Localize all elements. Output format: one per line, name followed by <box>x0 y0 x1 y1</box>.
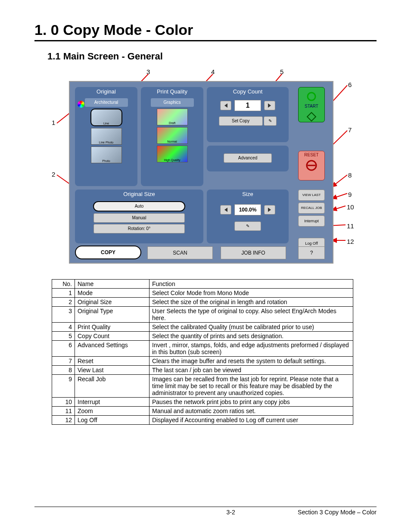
set-copy-button[interactable]: Set Copy <box>219 116 263 126</box>
reset-label: RESET <box>304 152 318 157</box>
size-panel: Size 100.0% ✎ <box>207 190 289 243</box>
print-quality-sub[interactable]: Graphics <box>151 98 194 107</box>
page-footer: 3-2 Section 3 Copy Mode – Color <box>34 507 377 516</box>
th-fn: Function <box>149 280 353 289</box>
svg-line-7 <box>332 175 347 187</box>
triangle-left-icon <box>224 103 227 108</box>
table-row: 1ModeSelect Color Mode from Mono Mode <box>52 289 353 298</box>
heading-1: 1. 0 Copy Mode - Color <box>34 22 377 41</box>
table-row: 4Print QualitySelect the calibrated Qual… <box>52 323 353 332</box>
original-title: Original <box>75 87 137 97</box>
callout-3: 3 <box>146 68 150 75</box>
diamond-icon <box>305 110 318 123</box>
recalljob-button[interactable]: RECALL JOB <box>298 202 325 214</box>
callout-1: 1 <box>52 119 55 126</box>
power-ring-icon <box>306 91 317 102</box>
tab-jobinfo[interactable]: JOB INFO <box>221 246 286 259</box>
copy-count-title: Copy Count <box>207 87 289 97</box>
original-type-linephoto[interactable]: Line Photo <box>91 128 122 145</box>
svg-rect-13 <box>307 112 316 121</box>
original-size-manual[interactable]: Manual <box>93 213 185 223</box>
callout-6: 6 <box>348 81 352 88</box>
size-title: Size <box>207 190 289 199</box>
quality-draft[interactable]: Draft <box>157 109 188 125</box>
page-number: 3-2 <box>226 509 235 516</box>
callout-8: 8 <box>348 171 352 179</box>
table-row: 7ResetClears the image buffer and resets… <box>52 357 353 366</box>
help-button[interactable]: ? <box>298 246 325 259</box>
section-label: Section 3 Copy Mode – Color <box>298 509 377 516</box>
table-row: 10InterruptPauses the network print jobs… <box>52 398 353 407</box>
advanced-button[interactable]: Advanced <box>224 153 272 163</box>
callout-11: 11 <box>347 222 354 230</box>
print-quality-title: Print Quality <box>141 87 203 97</box>
color-mode-icon[interactable] <box>78 101 84 108</box>
print-quality-panel: Print Quality Graphics Draft Normal High… <box>141 87 203 186</box>
copy-count-value: 1 <box>234 100 261 111</box>
heading-2: 1.1 Main Screen - General <box>47 51 377 62</box>
triangle-right-icon <box>268 208 271 212</box>
zoom-clear[interactable]: ✎ <box>234 221 261 231</box>
original-size-panel: Original Size Auto Manual Rotation: 0° <box>75 190 203 243</box>
th-no: No. <box>52 280 75 289</box>
table-row: 9Recall JobImages can be recalled from t… <box>52 375 353 398</box>
table-row: 8View LastThe last scan / job can be vie… <box>52 366 353 375</box>
table-row: 6Advanced SettingsInvert , mirror, stamp… <box>52 341 353 357</box>
start-button[interactable]: START <box>298 87 325 122</box>
copy-count-dec[interactable] <box>220 101 231 110</box>
viewlast-button[interactable]: VIEW LAST <box>298 190 325 201</box>
table-row: 3Original TypeUser Selects the type of o… <box>52 307 353 323</box>
callout-7: 7 <box>348 126 352 134</box>
copy-count-inc[interactable] <box>264 101 275 110</box>
callout-4: 4 <box>211 68 215 75</box>
eraser-icon[interactable]: ✎ <box>264 116 277 126</box>
reset-button[interactable]: RESET <box>298 151 325 180</box>
start-label: START <box>305 104 318 109</box>
zoom-value: 100.0% <box>234 204 261 215</box>
original-subtype[interactable]: Architectural <box>85 98 128 107</box>
original-type-line[interactable]: Line <box>90 109 122 126</box>
table-row: 12Log OffDisplayed if Accounting enabled… <box>52 416 353 425</box>
table-row: 5Copy CountSelect the quantity of prints… <box>52 332 353 341</box>
original-size-auto[interactable]: Auto <box>93 201 185 212</box>
function-table: No. Name Function 1ModeSelect Color Mode… <box>52 279 353 425</box>
original-size-title: Original Size <box>75 190 203 199</box>
callout-9: 9 <box>348 191 352 198</box>
triangle-left-icon <box>224 208 227 212</box>
callout-12: 12 <box>347 238 354 245</box>
copy-count-panel: Copy Count 1 Set Copy ✎ <box>207 87 289 142</box>
quality-high[interactable]: High Quality <box>157 146 188 162</box>
advanced-panel: Advanced <box>207 146 289 171</box>
callout-2: 2 <box>52 171 55 178</box>
tab-copy[interactable]: COPY <box>75 246 141 259</box>
table-head: No. Name Function <box>52 280 353 289</box>
table-row: 11ZoomManual and automatic zoom ratios s… <box>52 407 353 416</box>
copier-touchscreen: Original Architectural Line Line Photo P… <box>69 81 333 264</box>
interrupt-button[interactable]: Interrupt <box>298 215 325 227</box>
original-panel: Original Architectural Line Line Photo P… <box>75 87 137 186</box>
th-name: Name <box>75 280 149 289</box>
original-type-photo[interactable]: Photo <box>91 146 122 163</box>
stop-icon <box>305 159 318 172</box>
original-size-rotation[interactable]: Rotation: 0° <box>93 224 185 233</box>
svg-line-8 <box>332 193 347 199</box>
ui-diagram: 3 4 5 1 2 6 7 8 9 10 11 12 <box>39 68 358 271</box>
svg-line-9 <box>332 206 346 210</box>
triangle-right-icon <box>268 103 271 108</box>
zoom-inc[interactable] <box>264 205 275 215</box>
svg-point-12 <box>308 93 315 100</box>
zoom-dec[interactable] <box>220 205 231 215</box>
callout-5: 5 <box>280 68 283 75</box>
tab-scan[interactable]: SCAN <box>147 246 213 259</box>
quality-normal[interactable]: Normal <box>157 127 188 144</box>
callout-10: 10 <box>347 203 354 211</box>
table-row: 2Original SizeSelect the size of the ori… <box>52 298 353 307</box>
